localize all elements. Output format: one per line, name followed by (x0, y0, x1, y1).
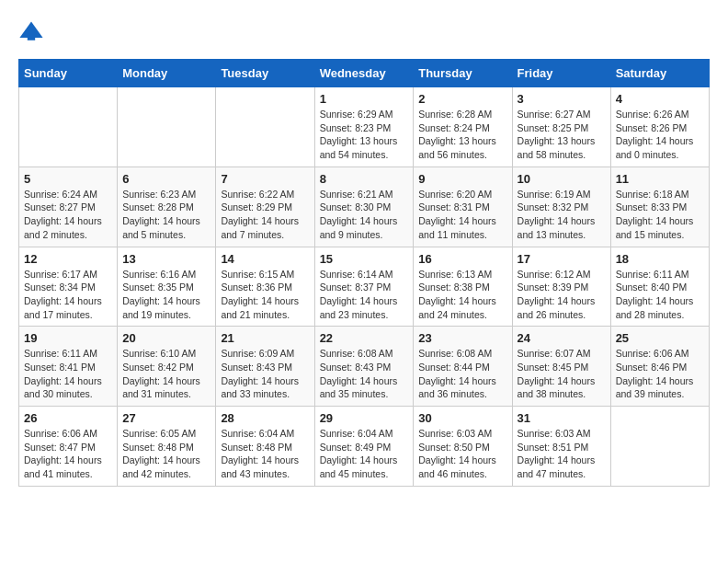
day-info: Sunrise: 6:06 AM Sunset: 8:47 PM Dayligh… (24, 427, 112, 481)
calendar-cell: 25Sunrise: 6:06 AM Sunset: 8:46 PM Dayli… (610, 327, 709, 407)
calendar-cell: 31Sunrise: 6:03 AM Sunset: 8:51 PM Dayli… (512, 407, 610, 487)
day-info: Sunrise: 6:26 AM Sunset: 8:26 PM Dayligh… (616, 108, 704, 162)
calendar-cell: 17Sunrise: 6:12 AM Sunset: 8:39 PM Dayli… (512, 247, 610, 327)
calendar-week-4: 19Sunrise: 6:11 AM Sunset: 8:41 PM Dayli… (19, 327, 710, 407)
day-number: 23 (418, 331, 506, 345)
calendar-cell: 28Sunrise: 6:04 AM Sunset: 8:48 PM Dayli… (216, 407, 314, 487)
page-header (18, 18, 710, 44)
day-info: Sunrise: 6:14 AM Sunset: 8:37 PM Dayligh… (320, 268, 409, 322)
day-info: Sunrise: 6:05 AM Sunset: 8:48 PM Dayligh… (122, 427, 210, 481)
day-info: Sunrise: 6:21 AM Sunset: 8:30 PM Dayligh… (320, 188, 409, 242)
day-number: 3 (518, 92, 606, 106)
day-info: Sunrise: 6:03 AM Sunset: 8:50 PM Dayligh… (418, 427, 506, 481)
day-info: Sunrise: 6:04 AM Sunset: 8:49 PM Dayligh… (320, 427, 409, 481)
day-number: 22 (320, 331, 409, 345)
weekday-header-sunday: Sunday (19, 60, 118, 87)
day-number: 26 (24, 411, 112, 425)
day-info: Sunrise: 6:13 AM Sunset: 8:38 PM Dayligh… (418, 268, 506, 322)
day-info: Sunrise: 6:04 AM Sunset: 8:48 PM Dayligh… (221, 427, 309, 481)
calendar-cell (216, 87, 314, 167)
day-info: Sunrise: 6:22 AM Sunset: 8:29 PM Dayligh… (221, 188, 309, 242)
day-number: 4 (616, 92, 704, 106)
calendar-cell: 23Sunrise: 6:08 AM Sunset: 8:44 PM Dayli… (414, 327, 512, 407)
calendar-cell: 26Sunrise: 6:06 AM Sunset: 8:47 PM Dayli… (19, 407, 118, 487)
calendar-week-2: 5Sunrise: 6:24 AM Sunset: 8:27 PM Daylig… (19, 167, 710, 247)
day-number: 8 (320, 172, 409, 186)
day-number: 1 (320, 92, 409, 106)
day-info: Sunrise: 6:23 AM Sunset: 8:28 PM Dayligh… (122, 188, 210, 242)
day-info: Sunrise: 6:19 AM Sunset: 8:32 PM Dayligh… (518, 188, 606, 242)
day-number: 31 (518, 411, 606, 425)
day-number: 14 (221, 252, 309, 266)
day-number: 28 (221, 411, 309, 425)
logo (18, 18, 48, 44)
day-info: Sunrise: 6:24 AM Sunset: 8:27 PM Dayligh… (24, 188, 112, 242)
weekday-header-saturday: Saturday (610, 60, 709, 87)
day-info: Sunrise: 6:08 AM Sunset: 8:44 PM Dayligh… (418, 347, 506, 401)
day-info: Sunrise: 6:09 AM Sunset: 8:43 PM Dayligh… (221, 347, 309, 401)
calendar-cell: 14Sunrise: 6:15 AM Sunset: 8:36 PM Dayli… (216, 247, 314, 327)
day-number: 18 (616, 252, 704, 266)
day-number: 5 (24, 172, 112, 186)
day-number: 16 (418, 252, 506, 266)
calendar-cell: 13Sunrise: 6:16 AM Sunset: 8:35 PM Dayli… (118, 247, 216, 327)
calendar-cell: 2Sunrise: 6:28 AM Sunset: 8:24 PM Daylig… (414, 87, 512, 167)
day-info: Sunrise: 6:27 AM Sunset: 8:25 PM Dayligh… (518, 108, 606, 162)
day-info: Sunrise: 6:12 AM Sunset: 8:39 PM Dayligh… (518, 268, 606, 322)
day-number: 25 (616, 331, 704, 345)
day-info: Sunrise: 6:18 AM Sunset: 8:33 PM Dayligh… (616, 188, 704, 242)
calendar-cell: 15Sunrise: 6:14 AM Sunset: 8:37 PM Dayli… (314, 247, 414, 327)
day-number: 24 (518, 331, 606, 345)
calendar-cell (610, 407, 709, 487)
calendar-cell: 24Sunrise: 6:07 AM Sunset: 8:45 PM Dayli… (512, 327, 610, 407)
weekday-header-monday: Monday (118, 60, 216, 87)
day-number: 15 (320, 252, 409, 266)
day-number: 10 (518, 172, 606, 186)
calendar-cell: 29Sunrise: 6:04 AM Sunset: 8:49 PM Dayli… (314, 407, 414, 487)
calendar-cell: 1Sunrise: 6:29 AM Sunset: 8:23 PM Daylig… (314, 87, 414, 167)
calendar-table: SundayMondayTuesdayWednesdayThursdayFrid… (18, 59, 710, 487)
calendar-cell: 16Sunrise: 6:13 AM Sunset: 8:38 PM Dayli… (414, 247, 512, 327)
day-info: Sunrise: 6:06 AM Sunset: 8:46 PM Dayligh… (616, 347, 704, 401)
calendar-cell: 19Sunrise: 6:11 AM Sunset: 8:41 PM Dayli… (19, 327, 118, 407)
calendar-week-5: 26Sunrise: 6:06 AM Sunset: 8:47 PM Dayli… (19, 407, 710, 487)
day-number: 12 (24, 252, 112, 266)
day-info: Sunrise: 6:10 AM Sunset: 8:42 PM Dayligh… (122, 347, 210, 401)
day-number: 20 (122, 331, 210, 345)
day-number: 21 (221, 331, 309, 345)
day-number: 2 (418, 92, 506, 106)
calendar-cell (118, 87, 216, 167)
svg-rect-1 (28, 37, 35, 40)
weekday-header-thursday: Thursday (414, 60, 512, 87)
calendar-week-1: 1Sunrise: 6:29 AM Sunset: 8:23 PM Daylig… (19, 87, 710, 167)
calendar-cell: 4Sunrise: 6:26 AM Sunset: 8:26 PM Daylig… (610, 87, 709, 167)
day-number: 7 (221, 172, 309, 186)
calendar-cell (19, 87, 118, 167)
day-info: Sunrise: 6:17 AM Sunset: 8:34 PM Dayligh… (24, 268, 112, 322)
day-info: Sunrise: 6:15 AM Sunset: 8:36 PM Dayligh… (221, 268, 309, 322)
weekday-header-tuesday: Tuesday (216, 60, 314, 87)
calendar-cell: 7Sunrise: 6:22 AM Sunset: 8:29 PM Daylig… (216, 167, 314, 247)
calendar-cell: 18Sunrise: 6:11 AM Sunset: 8:40 PM Dayli… (610, 247, 709, 327)
calendar-cell: 30Sunrise: 6:03 AM Sunset: 8:50 PM Dayli… (414, 407, 512, 487)
day-number: 9 (418, 172, 506, 186)
calendar-cell: 21Sunrise: 6:09 AM Sunset: 8:43 PM Dayli… (216, 327, 314, 407)
day-info: Sunrise: 6:11 AM Sunset: 8:40 PM Dayligh… (616, 268, 704, 322)
day-info: Sunrise: 6:28 AM Sunset: 8:24 PM Dayligh… (418, 108, 506, 162)
svg-marker-0 (19, 22, 42, 39)
day-info: Sunrise: 6:20 AM Sunset: 8:31 PM Dayligh… (418, 188, 506, 242)
weekday-header-row: SundayMondayTuesdayWednesdayThursdayFrid… (19, 60, 710, 87)
day-info: Sunrise: 6:03 AM Sunset: 8:51 PM Dayligh… (518, 427, 606, 481)
calendar-cell: 11Sunrise: 6:18 AM Sunset: 8:33 PM Dayli… (610, 167, 709, 247)
calendar-cell: 3Sunrise: 6:27 AM Sunset: 8:25 PM Daylig… (512, 87, 610, 167)
day-number: 27 (122, 411, 210, 425)
day-number: 11 (616, 172, 704, 186)
day-info: Sunrise: 6:08 AM Sunset: 8:43 PM Dayligh… (320, 347, 409, 401)
calendar-week-3: 12Sunrise: 6:17 AM Sunset: 8:34 PM Dayli… (19, 247, 710, 327)
calendar-cell: 20Sunrise: 6:10 AM Sunset: 8:42 PM Dayli… (118, 327, 216, 407)
day-number: 6 (122, 172, 210, 186)
day-info: Sunrise: 6:11 AM Sunset: 8:41 PM Dayligh… (24, 347, 112, 401)
day-number: 13 (122, 252, 210, 266)
calendar-cell: 6Sunrise: 6:23 AM Sunset: 8:28 PM Daylig… (118, 167, 216, 247)
calendar-cell: 8Sunrise: 6:21 AM Sunset: 8:30 PM Daylig… (314, 167, 414, 247)
